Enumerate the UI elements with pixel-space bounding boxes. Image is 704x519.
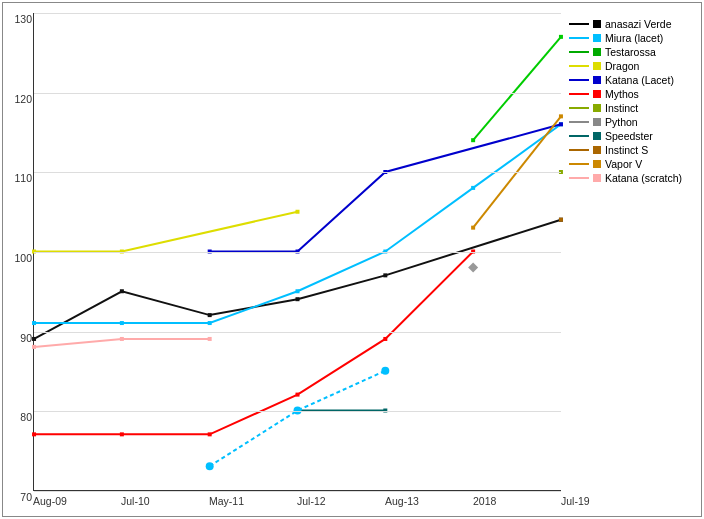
legend-label: anasazi Verde <box>605 18 672 30</box>
legend-color <box>569 149 589 151</box>
series-line <box>210 124 561 251</box>
legend-color <box>569 23 589 25</box>
x-axis: Aug-09Jul-10May-11Jul-12Aug-132018Jul-19 <box>33 491 691 516</box>
legend-marker <box>593 62 601 70</box>
grid-line <box>34 332 561 333</box>
data-marker <box>471 186 475 190</box>
legend-label: Instinct <box>605 102 638 114</box>
legend-label: Dragon <box>605 60 639 72</box>
y-tick: 110 <box>4 172 32 184</box>
data-marker <box>120 289 124 293</box>
legend-item: Vapor V <box>569 158 691 170</box>
legend-label: Katana (scratch) <box>605 172 682 184</box>
legend-marker <box>593 146 601 154</box>
legend-marker <box>593 34 601 42</box>
y-axis-label <box>13 13 33 516</box>
legend-color <box>569 107 589 109</box>
legend-marker <box>593 90 601 98</box>
data-marker <box>206 462 214 470</box>
legend-marker <box>593 160 601 168</box>
data-marker <box>296 289 300 293</box>
data-marker <box>296 210 300 214</box>
legend-item: Mythos <box>569 88 691 100</box>
legend: anasazi VerdeMiura (lacet)TestarossaDrag… <box>561 13 691 491</box>
data-marker <box>559 218 563 222</box>
data-marker <box>120 321 124 325</box>
legend-label: Mythos <box>605 88 639 100</box>
data-marker <box>383 273 387 277</box>
y-tick: 70 <box>4 491 32 503</box>
grid-line <box>34 411 561 412</box>
data-marker <box>208 313 212 317</box>
legend-color <box>569 163 589 165</box>
data-marker <box>32 432 36 436</box>
series-line <box>34 252 473 435</box>
data-marker <box>32 321 36 325</box>
series-line <box>34 212 297 252</box>
legend-marker <box>593 132 601 140</box>
data-marker <box>471 138 475 142</box>
data-marker <box>120 337 124 341</box>
legend-label: Instinct S <box>605 144 648 156</box>
legend-label: Miura (lacet) <box>605 32 663 44</box>
legend-color <box>569 79 589 81</box>
legend-marker <box>593 174 601 182</box>
plot-area: 708090100110120130 <box>33 13 561 491</box>
y-tick: 100 <box>4 252 32 264</box>
legend-item: Miura (lacet) <box>569 32 691 44</box>
y-tick: 80 <box>4 411 32 423</box>
legend-color <box>569 177 589 179</box>
grid-line <box>34 93 561 94</box>
legend-label: Testarossa <box>605 46 656 58</box>
grid-line <box>34 172 561 173</box>
data-marker <box>208 321 212 325</box>
data-marker <box>296 297 300 301</box>
legend-item: Katana (scratch) <box>569 172 691 184</box>
legend-item: Instinct S <box>569 144 691 156</box>
legend-color <box>569 37 589 39</box>
legend-marker <box>593 48 601 56</box>
legend-item: anasazi Verde <box>569 18 691 30</box>
legend-color <box>569 135 589 137</box>
legend-color <box>569 51 589 53</box>
data-marker <box>32 337 36 341</box>
data-marker <box>559 114 563 118</box>
data-marker <box>381 367 389 375</box>
legend-item: Katana (Lacet) <box>569 74 691 86</box>
data-marker <box>208 432 212 436</box>
data-marker <box>296 393 300 397</box>
data-marker <box>468 262 478 272</box>
data-marker <box>559 122 563 126</box>
series-line <box>473 37 561 140</box>
chart-container: 708090100110120130 anasazi VerdeMiura (l… <box>2 2 702 517</box>
series-line <box>34 220 561 339</box>
legend-color <box>569 121 589 123</box>
legend-item: Testarossa <box>569 46 691 58</box>
grid-line <box>34 13 561 14</box>
legend-item: Instinct <box>569 102 691 114</box>
legend-marker <box>593 118 601 126</box>
legend-label: Katana (Lacet) <box>605 74 674 86</box>
series-line <box>210 371 386 466</box>
legend-marker <box>593 104 601 112</box>
legend-item: Speedster <box>569 130 691 142</box>
y-tick: 120 <box>4 93 32 105</box>
data-marker <box>208 337 212 341</box>
y-tick: 90 <box>4 332 32 344</box>
data-marker <box>559 35 563 39</box>
legend-label: Vapor V <box>605 158 642 170</box>
legend-color <box>569 93 589 95</box>
data-marker <box>383 337 387 341</box>
data-marker <box>471 226 475 230</box>
legend-label: Speedster <box>605 130 653 142</box>
legend-item: Python <box>569 116 691 128</box>
legend-marker <box>593 76 601 84</box>
y-tick: 130 <box>4 13 32 25</box>
legend-label: Python <box>605 116 638 128</box>
data-marker <box>120 432 124 436</box>
legend-marker <box>593 20 601 28</box>
data-marker <box>32 345 36 349</box>
legend-color <box>569 65 589 67</box>
grid-line <box>34 252 561 253</box>
legend-item: Dragon <box>569 60 691 72</box>
